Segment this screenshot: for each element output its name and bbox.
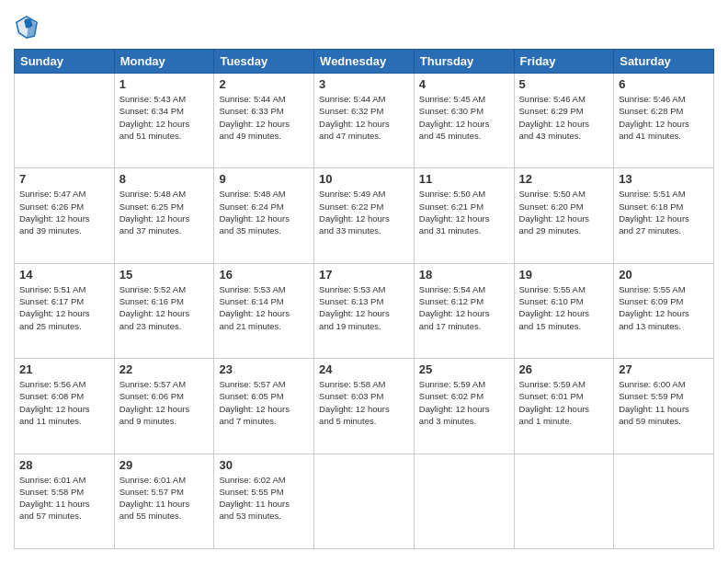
day-cell: 27Sunrise: 6:00 AM Sunset: 5:59 PM Dayli… [614, 359, 714, 454]
day-cell: 6Sunrise: 5:46 AM Sunset: 6:28 PM Daylig… [614, 74, 714, 168]
col-header-tuesday: Tuesday [214, 50, 314, 74]
day-number: 18 [419, 268, 509, 282]
day-info: Sunrise: 6:01 AM Sunset: 5:57 PM Dayligh… [119, 474, 210, 523]
day-cell: 7Sunrise: 5:47 AM Sunset: 6:26 PM Daylig… [15, 168, 115, 263]
week-row-4: 28Sunrise: 6:01 AM Sunset: 5:58 PM Dayli… [15, 454, 714, 548]
day-cell [314, 454, 415, 548]
day-cell [414, 454, 514, 548]
col-header-friday: Friday [514, 50, 614, 74]
day-info: Sunrise: 5:55 AM Sunset: 6:10 PM Dayligh… [519, 283, 609, 332]
day-info: Sunrise: 5:53 AM Sunset: 6:14 PM Dayligh… [219, 283, 309, 332]
day-info: Sunrise: 5:44 AM Sunset: 6:33 PM Dayligh… [219, 93, 309, 142]
day-cell: 2Sunrise: 5:44 AM Sunset: 6:33 PM Daylig… [214, 74, 314, 168]
day-cell: 18Sunrise: 5:54 AM Sunset: 6:12 PM Dayli… [414, 263, 514, 358]
day-info: Sunrise: 6:02 AM Sunset: 5:55 PM Dayligh… [219, 474, 309, 523]
day-info: Sunrise: 5:46 AM Sunset: 6:29 PM Dayligh… [519, 93, 609, 142]
day-info: Sunrise: 5:57 AM Sunset: 6:05 PM Dayligh… [219, 378, 309, 427]
day-cell: 17Sunrise: 5:53 AM Sunset: 6:13 PM Dayli… [314, 263, 415, 358]
day-info: Sunrise: 5:53 AM Sunset: 6:13 PM Dayligh… [319, 283, 409, 332]
day-cell: 22Sunrise: 5:57 AM Sunset: 6:06 PM Dayli… [114, 359, 214, 454]
day-number: 29 [119, 458, 210, 472]
day-number: 12 [519, 172, 609, 186]
day-cell: 15Sunrise: 5:52 AM Sunset: 6:16 PM Dayli… [114, 263, 214, 358]
logo-icon [14, 14, 40, 40]
day-number: 24 [319, 362, 409, 376]
day-number: 17 [319, 268, 409, 282]
day-number: 27 [619, 362, 709, 376]
day-number: 10 [319, 172, 409, 186]
day-cell [15, 74, 115, 168]
day-info: Sunrise: 5:50 AM Sunset: 6:21 PM Dayligh… [419, 188, 509, 236]
page: SundayMondayTuesdayWednesdayThursdayFrid… [0, 0, 728, 563]
day-info: Sunrise: 5:49 AM Sunset: 6:22 PM Dayligh… [319, 188, 409, 236]
day-number: 28 [19, 458, 109, 472]
day-cell: 19Sunrise: 5:55 AM Sunset: 6:10 PM Dayli… [514, 263, 614, 358]
day-cell: 30Sunrise: 6:02 AM Sunset: 5:55 PM Dayli… [214, 454, 314, 548]
day-number: 11 [419, 172, 509, 186]
col-header-wednesday: Wednesday [314, 50, 415, 74]
day-cell: 29Sunrise: 6:01 AM Sunset: 5:57 PM Dayli… [114, 454, 214, 548]
day-info: Sunrise: 5:48 AM Sunset: 6:25 PM Dayligh… [119, 188, 210, 236]
day-number: 30 [219, 458, 309, 472]
day-info: Sunrise: 5:50 AM Sunset: 6:20 PM Dayligh… [519, 188, 609, 236]
day-cell: 24Sunrise: 5:58 AM Sunset: 6:03 PM Dayli… [314, 359, 415, 454]
day-number: 6 [619, 77, 709, 91]
day-cell: 8Sunrise: 5:48 AM Sunset: 6:25 PM Daylig… [114, 168, 214, 263]
day-cell: 14Sunrise: 5:51 AM Sunset: 6:17 PM Dayli… [15, 263, 115, 358]
day-cell: 28Sunrise: 6:01 AM Sunset: 5:58 PM Dayli… [15, 454, 115, 548]
day-cell [514, 454, 614, 548]
day-info: Sunrise: 6:01 AM Sunset: 5:58 PM Dayligh… [19, 474, 109, 523]
day-cell: 21Sunrise: 5:56 AM Sunset: 6:08 PM Dayli… [15, 359, 115, 454]
col-header-monday: Monday [114, 50, 214, 74]
day-info: Sunrise: 5:51 AM Sunset: 6:17 PM Dayligh… [19, 283, 109, 332]
day-cell: 13Sunrise: 5:51 AM Sunset: 6:18 PM Dayli… [614, 168, 714, 263]
day-info: Sunrise: 5:47 AM Sunset: 6:26 PM Dayligh… [19, 188, 109, 236]
day-cell: 23Sunrise: 5:57 AM Sunset: 6:05 PM Dayli… [214, 359, 314, 454]
day-info: Sunrise: 5:45 AM Sunset: 6:30 PM Dayligh… [419, 93, 509, 142]
day-cell: 10Sunrise: 5:49 AM Sunset: 6:22 PM Dayli… [314, 168, 415, 263]
day-number: 2 [219, 77, 309, 91]
day-info: Sunrise: 5:58 AM Sunset: 6:03 PM Dayligh… [319, 378, 409, 427]
day-number: 5 [519, 77, 609, 91]
day-number: 8 [119, 172, 210, 186]
day-number: 22 [119, 362, 210, 376]
day-info: Sunrise: 5:48 AM Sunset: 6:24 PM Dayligh… [219, 188, 309, 236]
week-row-0: 1Sunrise: 5:43 AM Sunset: 6:34 PM Daylig… [15, 74, 714, 168]
day-info: Sunrise: 5:59 AM Sunset: 6:02 PM Dayligh… [419, 378, 509, 427]
day-cell: 5Sunrise: 5:46 AM Sunset: 6:29 PM Daylig… [514, 74, 614, 168]
day-cell: 11Sunrise: 5:50 AM Sunset: 6:21 PM Dayli… [414, 168, 514, 263]
week-row-3: 21Sunrise: 5:56 AM Sunset: 6:08 PM Dayli… [15, 359, 714, 454]
day-number: 23 [219, 362, 309, 376]
day-number: 21 [19, 362, 109, 376]
header [14, 14, 714, 40]
day-number: 25 [419, 362, 509, 376]
day-cell: 26Sunrise: 5:59 AM Sunset: 6:01 PM Dayli… [514, 359, 614, 454]
day-number: 13 [619, 172, 709, 186]
day-cell: 4Sunrise: 5:45 AM Sunset: 6:30 PM Daylig… [414, 74, 514, 168]
day-info: Sunrise: 5:56 AM Sunset: 6:08 PM Dayligh… [19, 378, 109, 427]
col-header-sunday: Sunday [15, 50, 115, 74]
day-number: 9 [219, 172, 309, 186]
day-number: 14 [19, 268, 109, 282]
day-number: 16 [219, 268, 309, 282]
day-cell: 25Sunrise: 5:59 AM Sunset: 6:02 PM Dayli… [414, 359, 514, 454]
day-info: Sunrise: 6:00 AM Sunset: 5:59 PM Dayligh… [619, 378, 709, 427]
day-number: 15 [119, 268, 210, 282]
day-info: Sunrise: 5:52 AM Sunset: 6:16 PM Dayligh… [119, 283, 210, 332]
day-number: 19 [519, 268, 609, 282]
day-number: 1 [119, 77, 210, 91]
calendar-table: SundayMondayTuesdayWednesdayThursdayFrid… [14, 49, 714, 549]
day-cell: 9Sunrise: 5:48 AM Sunset: 6:24 PM Daylig… [214, 168, 314, 263]
day-cell: 20Sunrise: 5:55 AM Sunset: 6:09 PM Dayli… [614, 263, 714, 358]
day-info: Sunrise: 5:57 AM Sunset: 6:06 PM Dayligh… [119, 378, 210, 427]
day-info: Sunrise: 5:51 AM Sunset: 6:18 PM Dayligh… [619, 188, 709, 236]
week-row-1: 7Sunrise: 5:47 AM Sunset: 6:26 PM Daylig… [15, 168, 714, 263]
day-cell: 12Sunrise: 5:50 AM Sunset: 6:20 PM Dayli… [514, 168, 614, 263]
day-info: Sunrise: 5:55 AM Sunset: 6:09 PM Dayligh… [619, 283, 709, 332]
day-number: 3 [319, 77, 409, 91]
week-row-2: 14Sunrise: 5:51 AM Sunset: 6:17 PM Dayli… [15, 263, 714, 358]
day-info: Sunrise: 5:44 AM Sunset: 6:32 PM Dayligh… [319, 93, 409, 142]
col-header-thursday: Thursday [414, 50, 514, 74]
day-info: Sunrise: 5:46 AM Sunset: 6:28 PM Dayligh… [619, 93, 709, 142]
day-number: 4 [419, 77, 509, 91]
